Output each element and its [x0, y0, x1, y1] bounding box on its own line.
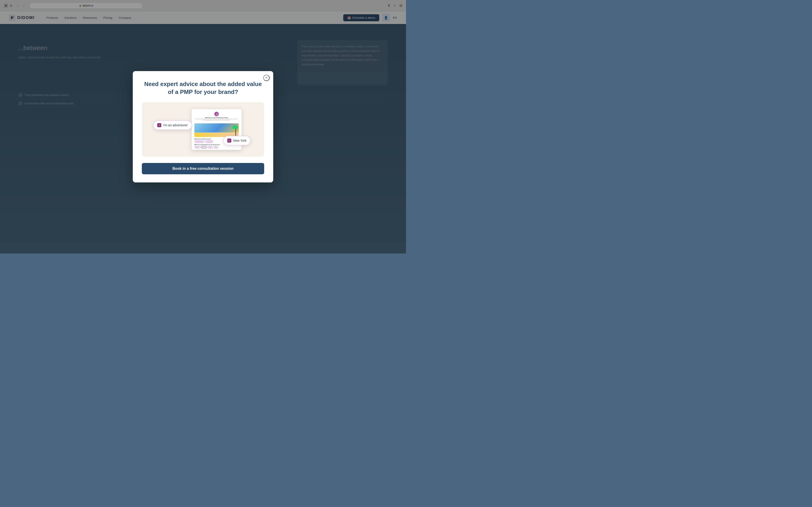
pref-dest-berlin: Berlin: [208, 146, 213, 149]
pref-center-subtitle: We know how important it is for you to h…: [194, 118, 239, 121]
pref-dest-paris: Paris: [213, 146, 218, 149]
modal-dialog: × Need expert advice about the added val…: [133, 71, 273, 182]
modal-visual-area: ✈ Welcome to your Preference Center We k…: [142, 102, 264, 157]
newyork-checkbox: ✓: [227, 138, 231, 143]
checkmark-icon: ✓: [158, 124, 160, 127]
pref-destination-options: Hawaii New York Berlin Paris: [194, 146, 239, 149]
pref-option-traveller: I'm a traveller: [205, 140, 213, 143]
pref-option-adventurer: I'm an adventurer: [194, 140, 204, 143]
pref-dest-newyork: New York: [201, 146, 207, 149]
pref-dest-hawaii: Hawaii: [194, 146, 200, 149]
adventurer-checkbox: ✓: [157, 123, 161, 127]
modal-overlay[interactable]: × Need expert advice about the added val…: [0, 0, 406, 253]
modal-close-button[interactable]: ×: [263, 75, 270, 81]
modal-title: Need expert advice about the added value…: [142, 80, 264, 96]
newyork-checkmark-icon: ✓: [228, 139, 230, 142]
cta-button[interactable]: Book in a free consultation session: [142, 163, 264, 174]
pref-beach-image: [194, 123, 239, 137]
adventurer-bubble: ✓ I'm an adventurer: [153, 120, 192, 130]
pref-logo-icon: ✈: [214, 112, 219, 116]
newyork-label: New York: [233, 139, 247, 143]
newyork-bubble: ✓ New York: [223, 136, 251, 145]
pref-card-header: ✈ Welcome to your Preference Center We k…: [194, 112, 239, 122]
adventurer-label: I'm an adventurer: [163, 123, 188, 127]
